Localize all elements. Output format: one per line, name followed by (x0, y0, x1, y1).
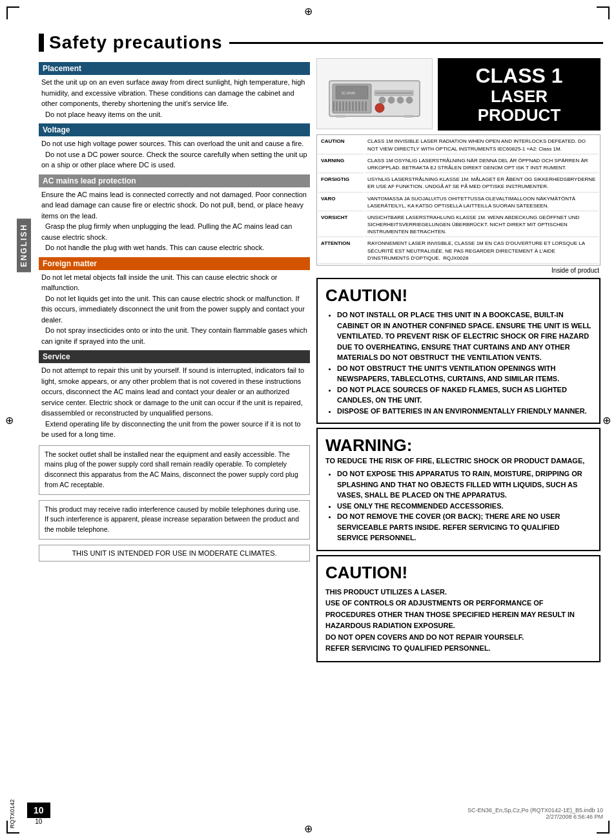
main-layout: ENGLISH Placement Set the unit up on an … (39, 58, 603, 662)
boxed-section-1: The socket outlet shall be installed nea… (39, 445, 310, 495)
page-footer: RQTX0142 10 10 SC-EN36_En,Sp,Cz,Po (RQTX… (0, 799, 616, 828)
footer-date: 2/27/2008 6:56:46 PM (467, 814, 603, 820)
svg-point-7 (397, 97, 404, 103)
warning-box: WARNING: TO REDUCE THE RISK OF FIRE, ELE… (316, 428, 601, 551)
laser-text-attention: RAYONNEMENT LASER INVISIBLE, CLASSE 1M E… (365, 238, 599, 264)
laser-label-forsigtig: FORSIGTIG (318, 174, 364, 192)
svg-rect-15 (339, 101, 341, 111)
footer-file-info: SC-EN36_En,Sp,Cz,Po (RQTX0142-1E)_B5.ind… (467, 807, 603, 814)
caution2-body: THIS PRODUCT UTILIZES A LASER. USE OF CO… (325, 587, 591, 655)
svg-rect-12 (404, 115, 413, 118)
page-title-area: Safety precautions (39, 32, 603, 53)
laser-label-vorsicht: VORSICHT (318, 213, 364, 238)
laser-label-caution: CAUTION (318, 136, 364, 154)
inside-product-label: Inside of product (316, 267, 601, 274)
page-title: Safety precautions (49, 32, 223, 53)
caution1-item-3: DO NOT PLACE SOURCES OF NAKED FLAMES, SU… (337, 384, 591, 406)
laser-label-varning: VARNING (318, 156, 364, 173)
caution1-item-1: DO NOT INSTALL OR PLACE THIS UNIT IN A B… (337, 310, 591, 363)
svg-rect-16 (342, 101, 344, 111)
laser-warning-table: CAUTION CLASS 1M INVISIBLE LASER RADIATI… (316, 134, 601, 266)
svg-rect-23 (365, 101, 367, 111)
footer-rqtx: RQTX0142 (9, 799, 15, 828)
warning-item-3: DO NOT REMOVE THE COVER (OR BACK); THERE… (337, 511, 591, 543)
foreign-matter-header: Foreign matter (39, 257, 310, 270)
svg-rect-13 (333, 101, 334, 111)
laser-text-varning: CLASS 1M OSYNLIG LASERSTRÅLNING NÄR DENN… (365, 156, 599, 173)
svg-text:SC-EN36: SC-EN36 (342, 91, 355, 95)
laser-row-caution: CAUTION CLASS 1M INVISIBLE LASER RADIATI… (318, 136, 599, 154)
service-header: Service (39, 350, 310, 363)
class1-laser-box: CLASS 1 LASER PRODUCT (438, 58, 601, 131)
caution-box-1: CAUTION! DO NOT INSTALL OR PLACE THIS UN… (316, 278, 601, 424)
laser-text: LASER (491, 87, 548, 106)
laser-text-vorsicht: UNSICHTBARE LASERSTRAHLUNG KLASSE 1M. WE… (365, 213, 599, 238)
caution1-title: CAUTION! (325, 286, 591, 306)
foreign-matter-body: Do not let metal objects fall inside the… (39, 272, 310, 347)
boxed-section-2: This product may receive radio interfere… (39, 500, 310, 540)
laser-row-varning: VARNING CLASS 1M OSYNLIG LASERSTRÅLNING … (318, 156, 599, 173)
footer-right-area: SC-EN36_En,Sp,Cz,Po (RQTX0142-1E)_B5.ind… (467, 807, 603, 820)
footer-left-area: RQTX0142 10 10 (9, 799, 50, 828)
title-bar-left (39, 34, 44, 52)
caution1-list: DO NOT INSTALL OR PLACE THIS UNIT IN A B… (325, 310, 591, 416)
laser-text-forsigtig: USYNLIG LASERSTRÅLNING KLASSE 1M. MÅLAGE… (365, 174, 599, 192)
warning-list: DO NOT EXPOSE THIS APPARATUS TO RAIN, MO… (325, 468, 591, 543)
svg-rect-19 (352, 101, 354, 111)
svg-rect-22 (362, 101, 364, 111)
caution-box-2: CAUTION! THIS PRODUCT UTILIZES A LASER. … (316, 555, 601, 663)
top-right-row: SC-EN36 (316, 58, 601, 131)
laser-warning-area: CAUTION CLASS 1M INVISIBLE LASER RADIATI… (316, 134, 601, 274)
ac-mains-header: AC mains lead protection (39, 174, 310, 187)
right-column: SC-EN36 (316, 58, 601, 662)
svg-point-5 (379, 97, 385, 103)
warning-subtitle: TO REDUCE THE RISK OF FIRE, ELECTRIC SHO… (325, 457, 591, 465)
laser-row-vorsicht: VORSICHT UNSICHTBARE LASERSTRAHLUNG KLAS… (318, 213, 599, 238)
svg-point-9 (375, 103, 384, 112)
class1-text: CLASS 1 (475, 65, 562, 87)
warning-title: WARNING: (325, 436, 591, 456)
product-image-area: SC-EN36 (316, 58, 433, 129)
product-text: PRODUCT (478, 106, 561, 125)
caution2-title: CAUTION! (325, 563, 591, 583)
laser-row-forsigtig: FORSIGTIG USYNLIG LASERSTRÅLNING KLASSE … (318, 174, 599, 192)
svg-rect-11 (336, 115, 345, 118)
warning-item-2: USE ONLY THE RECOMMENDED ACCESSORIES. (337, 501, 591, 512)
placement-header: Placement (39, 62, 310, 75)
laser-text-caution: CLASS 1M INVISIBLE LASER RADIATION WHEN … (365, 136, 599, 154)
title-bar-right (229, 42, 603, 44)
english-label: ENGLISH (17, 218, 31, 272)
english-label-area: ENGLISH (14, 58, 34, 433)
svg-rect-21 (358, 101, 360, 111)
left-column: ENGLISH Placement Set the unit up on an … (39, 58, 310, 662)
laser-label-varo: VARO (318, 194, 364, 211)
placement-body: Set the unit up on an even surface away … (39, 77, 310, 120)
laser-row-attention: ATTENTION RAYONNEMENT LASER INVISIBLE, C… (318, 238, 599, 264)
svg-rect-17 (345, 101, 347, 111)
service-body: Do not attempt to repair this unit by yo… (39, 365, 310, 440)
laser-label-attention: ATTENTION (318, 238, 364, 264)
footer-page-number: 10 (27, 803, 50, 818)
caution1-item-2: DO NOT OBSTRUCT THE UNIT'S VENTILATION O… (337, 363, 591, 384)
laser-row-varo: VARO VANTOMASSA JA SUOJALUITUS OHITETTUS… (318, 194, 599, 211)
svg-rect-20 (355, 101, 357, 111)
warning-item-1: DO NOT EXPOSE THIS APPARATUS TO RAIN, MO… (337, 468, 591, 501)
svg-point-8 (406, 97, 413, 103)
svg-rect-14 (336, 101, 338, 111)
voltage-body: Do not use high voltage power sources. T… (39, 138, 310, 171)
device-illustration: SC-EN36 (323, 61, 426, 126)
footer-page-sub: 10 (27, 818, 50, 825)
voltage-header: Voltage (39, 123, 310, 136)
svg-point-6 (388, 97, 395, 103)
svg-rect-18 (349, 101, 351, 111)
laser-text-varo: VANTOMASSA JA SUOJALUITUS OHITETTUSSA OL… (365, 194, 599, 211)
ac-mains-body: Ensure the AC mains lead is connected co… (39, 189, 310, 253)
unit-intended: THIS UNIT IS INTENDED FOR USE IN MODERAT… (39, 545, 310, 562)
caution1-item-4: DISPOSE OF BATTERIES IN AN ENVIRONMENTAL… (337, 406, 591, 417)
